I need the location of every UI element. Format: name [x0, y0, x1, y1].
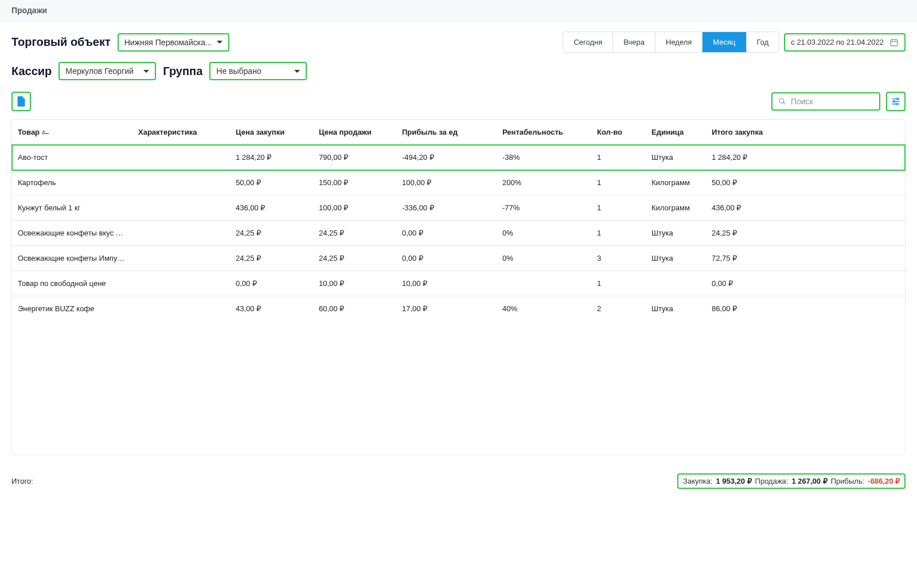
column-header-2[interactable]: Цена закупки: [230, 120, 313, 144]
search-input[interactable]: [791, 97, 873, 106]
sales-table: ТоварХарактеристикаЦена закупкиЦена прод…: [11, 119, 906, 455]
column-header-6[interactable]: Кол-во: [591, 120, 646, 144]
cell: 0,00 ₽: [706, 271, 778, 296]
cashier-select-value: Меркулов Георгий: [65, 66, 134, 76]
cell: 50,00 ₽: [706, 170, 778, 195]
period-tab-4[interactable]: Год: [747, 32, 779, 52]
cell: 60,00 ₽: [313, 296, 396, 321]
column-header-1[interactable]: Характеристика: [132, 120, 230, 144]
table-header-row: ТоварХарактеристикаЦена закупкиЦена прод…: [12, 120, 905, 145]
date-range-picker[interactable]: с 21.03.2022 по 21.04.2022: [784, 33, 906, 52]
cashier-label: Кассир: [11, 65, 52, 78]
search-input-wrapper[interactable]: [771, 92, 880, 111]
cell: -336,00 ₽: [396, 195, 497, 220]
cell: 10,00 ₽: [396, 271, 497, 296]
cell: 40%: [497, 296, 591, 321]
cell: 0%: [497, 246, 591, 271]
cell: Штука: [646, 296, 706, 321]
cell: 0%: [497, 221, 591, 245]
object-select-value: Нижняя Первомайска...: [124, 38, 212, 47]
horizontal-scrollbar[interactable]: [11, 458, 906, 468]
svg-point-9: [897, 98, 899, 100]
cell: 86,00 ₽: [706, 296, 778, 321]
period-tab-3[interactable]: Месяц: [703, 32, 746, 52]
column-header-7[interactable]: Единица: [646, 120, 706, 144]
cell: -38%: [497, 145, 591, 170]
cell: [497, 271, 591, 296]
cell: Килограмм: [646, 195, 706, 220]
svg-line-5: [783, 103, 785, 104]
cell: Товар по свободной цене: [12, 271, 132, 296]
cell: 43,00 ₽: [230, 296, 313, 321]
column-header-4[interactable]: Прибыль за ед: [396, 120, 497, 144]
object-select[interactable]: Нижняя Первомайска...: [118, 33, 229, 52]
table-row[interactable]: Кунжут белый 1 кг436,00 ₽100,00 ₽-336,00…: [12, 195, 905, 221]
cell: 24,25 ₽: [230, 221, 313, 245]
column-header-3[interactable]: Цена продажи: [313, 120, 396, 144]
chevron-down-icon: [217, 41, 223, 44]
cell: Штука: [646, 246, 706, 271]
sliders-icon: [891, 96, 901, 107]
filter-settings-button[interactable]: [886, 92, 906, 111]
page-title: Продажи: [11, 6, 906, 15]
cell: 17,00 ₽: [396, 296, 497, 321]
group-select[interactable]: Не выбрано: [209, 62, 307, 80]
cell: 50,00 ₽: [230, 170, 313, 195]
svg-point-11: [896, 103, 898, 105]
table-row[interactable]: Картофель50,00 ₽150,00 ₽100,00 ₽200%1Кил…: [12, 170, 905, 195]
cell: 72,75 ₽: [706, 246, 778, 271]
period-tab-0[interactable]: Сегодня: [563, 32, 613, 52]
total-profit-label: Прибыль:: [831, 477, 865, 485]
totals-summary: Закупка: 1 953,20 ₽ Продажа: 1 267,00 ₽ …: [677, 473, 906, 489]
period-tab-1[interactable]: Вчера: [613, 32, 655, 52]
cell: Штука: [646, 145, 706, 170]
search-icon: [778, 97, 786, 106]
object-label: Торговый объект: [11, 36, 111, 49]
cell: [132, 145, 230, 170]
table-row[interactable]: Освежающие конфеты вкус ма...24,25 ₽24,2…: [12, 221, 905, 246]
cell: [132, 246, 230, 271]
cell: Килограмм: [646, 170, 706, 195]
cell: 2: [591, 296, 646, 321]
table-row[interactable]: Энергетик BUZZ кофе43,00 ₽60,00 ₽17,00 ₽…: [12, 296, 905, 321]
cell: [132, 296, 230, 321]
period-tab-2[interactable]: Неделя: [655, 32, 703, 52]
svg-point-4: [779, 99, 784, 103]
export-button[interactable]: [11, 92, 31, 111]
sort-icon: [42, 130, 49, 134]
cell: [132, 271, 230, 296]
cell: 1: [591, 170, 646, 195]
column-header-8[interactable]: Итого закупка: [706, 120, 778, 144]
cell: 0,00 ₽: [230, 271, 313, 296]
cell: 24,25 ₽: [313, 246, 396, 271]
cell: 24,25 ₽: [230, 246, 313, 271]
table-row[interactable]: Аво-тост1 284,20 ₽790,00 ₽-494,20 ₽-38%1…: [12, 145, 905, 170]
cell: -77%: [497, 195, 591, 220]
chevron-down-icon: [294, 70, 300, 73]
cell: 3: [591, 246, 646, 271]
cell: 0,00 ₽: [396, 246, 497, 271]
total-label: Итого:: [11, 477, 33, 485]
cell: 436,00 ₽: [706, 195, 778, 220]
cell: Картофель: [12, 170, 132, 195]
cell: 150,00 ₽: [313, 170, 396, 195]
cell: 24,25 ₽: [706, 221, 778, 245]
table-row[interactable]: Освежающие конфеты Импульс24,25 ₽24,25 ₽…: [12, 246, 905, 271]
column-header-5[interactable]: Рентабельность: [497, 120, 591, 144]
cell: 1 284,20 ₽: [230, 145, 313, 170]
cell: 10,00 ₽: [313, 271, 396, 296]
svg-point-10: [893, 101, 895, 103]
cell: Аво-тост: [12, 145, 132, 170]
column-header-0[interactable]: Товар: [12, 120, 132, 144]
cell: 24,25 ₽: [313, 221, 396, 245]
cell: [132, 170, 230, 195]
table-row[interactable]: Товар по свободной цене0,00 ₽10,00 ₽10,0…: [12, 271, 905, 296]
cell: 790,00 ₽: [313, 145, 396, 170]
cell: [132, 221, 230, 245]
cell: [132, 195, 230, 220]
cashier-select[interactable]: Меркулов Георгий: [58, 62, 156, 80]
cell: 1 284,20 ₽: [706, 145, 778, 170]
cell: 1: [591, 145, 646, 170]
cell: 1: [591, 271, 646, 296]
chevron-down-icon: [143, 70, 149, 73]
